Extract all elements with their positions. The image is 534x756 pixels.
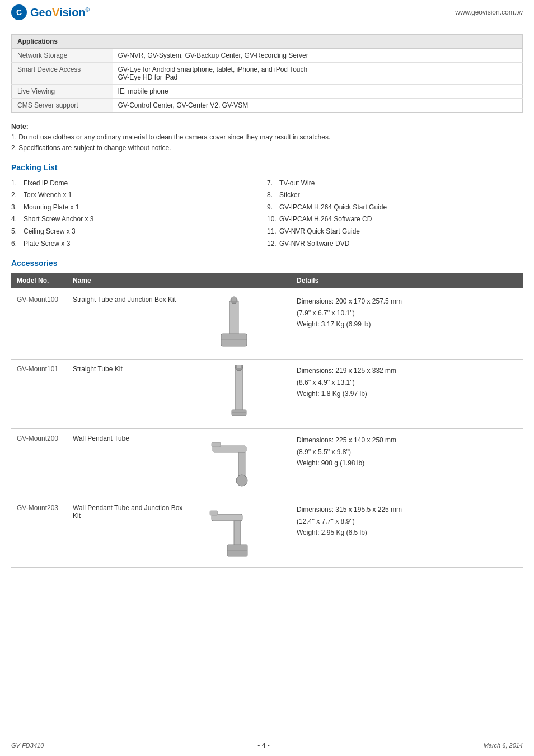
- packing-item: 1.Fixed IP Dome: [11, 178, 267, 190]
- app-label: Live Viewing: [12, 85, 113, 99]
- packing-item: 10.GV-IPCAM H.264 Software CD: [267, 213, 523, 226]
- app-value: GV-Control Center, GV-Center V2, GV-VSM: [113, 99, 523, 113]
- acc-details: Dimensions: 225 x 140 x 250 mm(8.9'' x 5…: [291, 429, 523, 498]
- item-text: GV-NVR Quick Start Guide: [279, 226, 360, 238]
- acc-details: Dimensions: 219 x 125 x 332 mm(8.6'' x 4…: [291, 360, 523, 429]
- app-label: Network Storage: [12, 49, 113, 63]
- item-text: Ceiling Screw x 3: [24, 226, 76, 238]
- item-number: 12.: [267, 238, 277, 250]
- packing-col-right: 7.TV-out Wire8.Sticker9.GV-IPCAM H.264 Q…: [267, 178, 523, 250]
- item-number: 7.: [267, 178, 277, 190]
- svg-rect-5: [235, 368, 243, 413]
- footer-model: GV-FD3410: [11, 742, 44, 749]
- page-header: C GeoVision® www.geovision.com.tw: [0, 0, 534, 25]
- item-text: TV-out Wire: [279, 178, 315, 190]
- col-image: [190, 273, 291, 288]
- item-number: 4.: [11, 213, 21, 226]
- packing-item: 3.Mounting Plate x 1: [11, 202, 267, 214]
- item-number: 6.: [11, 238, 21, 250]
- svg-rect-15: [234, 521, 241, 546]
- acc-image: [190, 429, 291, 498]
- item-text: GV-IPCAM H.264 Quick Start Guide: [279, 202, 387, 214]
- acc-image: [190, 498, 291, 568]
- item-text: Mounting Plate x 1: [24, 202, 79, 214]
- website-url: www.geovision.com.tw: [455, 8, 523, 16]
- footer-page: - 4 -: [257, 741, 269, 749]
- packing-item: 12.GV-NVR Software DVD: [267, 238, 523, 250]
- footer-date: March 6, 2014: [484, 742, 523, 749]
- app-value: GV-Eye for Android smartphone, tablet, i…: [113, 63, 523, 85]
- acc-name: Straight Tube Kit: [67, 360, 190, 429]
- item-number: 1.: [11, 178, 21, 190]
- item-number: 9.: [267, 202, 277, 214]
- acc-details: Dimensions: 200 x 170 x 257.5 mm(7.9'' x…: [291, 288, 523, 360]
- app-value: IE, mobile phone: [113, 85, 523, 99]
- packing-item: 11.GV-NVR Quick Start Guide: [267, 226, 523, 238]
- item-number: 8.: [267, 189, 277, 202]
- item-text: Fixed IP Dome: [24, 178, 68, 190]
- svg-rect-13: [212, 442, 221, 447]
- accessories-table: Model No. Name Details GV-Mount100Straig…: [11, 273, 523, 568]
- item-text: GV-NVR Software DVD: [279, 238, 349, 250]
- col-details: Details: [291, 273, 523, 288]
- col-name: Name: [67, 273, 190, 288]
- item-number: 10.: [267, 213, 277, 226]
- note-line: 1. Do not use clothes or any ordinary ma…: [11, 132, 523, 143]
- packing-col-left: 1.Fixed IP Dome2.Torx Wrench x 13.Mounti…: [11, 178, 267, 250]
- packing-item: 5.Ceiling Screw x 3: [11, 226, 267, 238]
- note-section: Note: 1. Do not use clothes or any ordin…: [11, 122, 523, 154]
- applications-table: Applications Network StorageGV-NVR, GV-S…: [11, 34, 523, 113]
- note-line: 2. Specifications are subject to change …: [11, 143, 523, 153]
- packing-item: 8.Sticker: [267, 189, 523, 202]
- table-row: GV-Mount200Wall Pendant Tube Dimensions:…: [11, 429, 523, 498]
- logo-icon: C: [11, 4, 27, 20]
- acc-image: [190, 360, 291, 429]
- svg-rect-0: [229, 301, 238, 335]
- packing-list: 1.Fixed IP Dome2.Torx Wrench x 13.Mounti…: [11, 178, 523, 250]
- acc-model: GV-Mount101: [11, 360, 67, 429]
- packing-item: 6.Plate Screw x 3: [11, 238, 267, 250]
- acc-name: Wall Pendant Tube: [67, 429, 190, 498]
- acc-model: GV-Mount200: [11, 429, 67, 498]
- item-text: GV-IPCAM H.264 Software CD: [279, 213, 372, 226]
- page-footer: GV-FD3410 - 4 - March 6, 2014: [0, 738, 534, 749]
- acc-details: Dimensions: 315 x 195.5 x 225 mm(12.4'' …: [291, 498, 523, 568]
- accessories-title: Accessories: [11, 259, 523, 268]
- app-label: Smart Device Access: [12, 63, 113, 85]
- packing-item: 7.TV-out Wire: [267, 178, 523, 190]
- app-value: GV-NVR, GV-System, GV-Backup Center, GV-…: [113, 49, 523, 63]
- svg-point-12: [236, 475, 247, 486]
- svg-rect-17: [210, 511, 218, 515]
- table-row: GV-Mount100Straight Tube and Junction Bo…: [11, 288, 523, 360]
- table-row: GV-Mount101Straight Tube Kit Dimensions:…: [11, 360, 523, 429]
- logo-area: C GeoVision®: [11, 4, 90, 20]
- svg-rect-8: [237, 365, 241, 368]
- packing-item: 9.GV-IPCAM H.264 Quick Start Guide: [267, 202, 523, 214]
- table-row: GV-Mount203Wall Pendant Tube and Junctio…: [11, 498, 523, 568]
- item-text: Short Screw Anchor x 3: [24, 213, 93, 226]
- item-text: Plate Screw x 3: [24, 238, 70, 250]
- packing-item: 2.Torx Wrench x 1: [11, 189, 267, 202]
- acc-name: Straight Tube and Junction Box Kit: [67, 288, 190, 360]
- app-label: CMS Server support: [12, 99, 113, 113]
- acc-name: Wall Pendant Tube and Junction Box Kit: [67, 498, 190, 568]
- note-title: Note:: [11, 122, 523, 132]
- item-number: 5.: [11, 226, 21, 238]
- packing-item: 4.Short Screw Anchor x 3: [11, 213, 267, 226]
- logo-text: GeoVision®: [30, 6, 90, 19]
- item-text: Torx Wrench x 1: [24, 189, 72, 202]
- acc-model: GV-Mount203: [11, 498, 67, 568]
- item-text: Sticker: [279, 189, 300, 202]
- svg-rect-3: [232, 297, 236, 301]
- packing-list-title: Packing List: [11, 163, 523, 172]
- acc-model: GV-Mount100: [11, 288, 67, 360]
- applications-header: Applications: [12, 35, 523, 49]
- item-number: 3.: [11, 202, 21, 214]
- col-model: Model No.: [11, 273, 67, 288]
- item-number: 11.: [267, 226, 277, 238]
- main-content: Applications Network StorageGV-NVR, GV-S…: [0, 25, 534, 577]
- item-number: 2.: [11, 189, 21, 202]
- acc-image: [190, 288, 291, 360]
